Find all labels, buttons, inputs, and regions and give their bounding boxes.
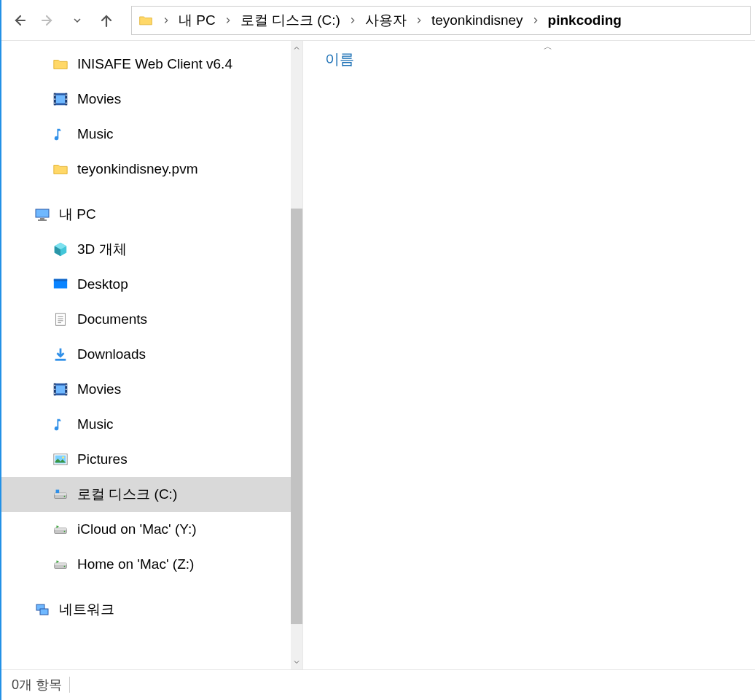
tree-item-label: Movies — [77, 91, 121, 107]
chevron-right-icon[interactable] — [345, 15, 361, 26]
tree-item-my-pc[interactable]: 내 PC — [1, 197, 291, 232]
column-header-name[interactable]: 이름 — [325, 50, 354, 69]
tree-item-music[interactable]: Music — [1, 117, 291, 152]
video-icon — [51, 90, 70, 109]
breadcrumb-users[interactable]: 사용자 — [361, 7, 411, 34]
network-drive-icon — [51, 520, 70, 539]
forward-button[interactable] — [35, 7, 61, 34]
nav-tree: INISAFE Web Client v6.4 Movies Music tey… — [1, 41, 291, 669]
nav-scrollbar[interactable] — [291, 41, 302, 669]
history-dropdown[interactable] — [64, 7, 90, 34]
tree-item-pvm[interactable]: teyonkindisney.pvm — [1, 152, 291, 187]
tree-item-label: Music — [77, 126, 114, 142]
document-icon — [51, 310, 70, 329]
tree-item-label: 네트워크 — [59, 600, 114, 619]
tree-item-downloads[interactable]: Downloads — [1, 337, 291, 372]
breadcrumb-local-disk[interactable]: 로컬 디스크 (C:) — [236, 7, 345, 34]
scroll-up-button[interactable] — [291, 41, 302, 55]
file-list-pane[interactable]: ︿ 이름 — [302, 41, 755, 669]
chevron-right-icon[interactable] — [528, 15, 544, 26]
status-item-count: 0개 항목 — [12, 676, 62, 693]
network-drive-icon — [51, 555, 70, 574]
tree-item-pictures[interactable]: Pictures — [1, 442, 291, 477]
tree-item-label: Pictures — [77, 451, 128, 467]
tree-item-3d-objects[interactable]: 3D 개체 — [1, 232, 291, 267]
tree-item-label: Home on 'Mac' (Z:) — [77, 556, 194, 572]
cube-icon — [51, 240, 70, 259]
tree-item-label: 3D 개체 — [77, 240, 127, 259]
tree-item-label: Movies — [77, 381, 121, 397]
main-split: INISAFE Web Client v6.4 Movies Music tey… — [1, 41, 755, 669]
disk-icon — [51, 485, 70, 504]
tree-item-label: teyonkindisney.pvm — [77, 161, 197, 177]
tree-item-icloud-drive[interactable]: iCloud on 'Mac' (Y:) — [1, 512, 291, 547]
download-icon — [51, 345, 70, 364]
navigation-pane: INISAFE Web Client v6.4 Movies Music tey… — [1, 41, 302, 669]
tree-item-movies[interactable]: Movies — [1, 82, 291, 117]
up-button[interactable] — [93, 7, 120, 34]
address-bar-row: 내 PC 로컬 디스크 (C:) 사용자 teyonkindisney pink… — [1, 0, 755, 41]
back-button[interactable] — [6, 7, 32, 34]
chevron-right-icon[interactable] — [158, 15, 174, 26]
picture-icon — [51, 450, 70, 469]
sort-indicator-icon: ︿ — [544, 41, 552, 53]
folder-icon — [136, 11, 155, 30]
status-divider — [69, 677, 70, 693]
chevron-right-icon[interactable] — [411, 15, 427, 26]
pc-icon — [33, 205, 52, 224]
desktop-icon — [51, 275, 70, 294]
tree-item-network[interactable]: 네트워크 — [1, 592, 291, 627]
tree-item-label: 로컬 디스크 (C:) — [77, 485, 177, 504]
folder-icon — [51, 160, 70, 179]
music-icon — [51, 415, 70, 434]
network-icon — [33, 600, 52, 619]
tree-item-home-drive[interactable]: Home on 'Mac' (Z:) — [1, 547, 291, 582]
tree-item-desktop[interactable]: Desktop — [1, 267, 291, 302]
chevron-right-icon[interactable] — [220, 15, 236, 26]
music-icon — [51, 125, 70, 144]
video-icon — [51, 380, 70, 399]
tree-item-label: INISAFE Web Client v6.4 — [77, 56, 232, 72]
tree-item-movies-pc[interactable]: Movies — [1, 372, 291, 407]
tree-item-label: Documents — [77, 311, 147, 327]
scroll-down-button[interactable] — [291, 655, 302, 669]
tree-item-music-pc[interactable]: Music — [1, 407, 291, 442]
tree-item-label: 내 PC — [59, 205, 96, 224]
tree-item-documents[interactable]: Documents — [1, 302, 291, 337]
breadcrumb-my-pc[interactable]: 내 PC — [174, 7, 220, 34]
tree-item-inisafe[interactable]: INISAFE Web Client v6.4 — [1, 47, 291, 82]
tree-item-local-disk[interactable]: 로컬 디스크 (C:) — [1, 477, 291, 512]
status-bar: 0개 항목 — [1, 669, 755, 699]
address-bar[interactable]: 내 PC 로컬 디스크 (C:) 사용자 teyonkindisney pink… — [131, 6, 751, 35]
scroll-thumb[interactable] — [291, 209, 302, 624]
tree-item-label: Desktop — [77, 276, 128, 292]
breadcrumb-current[interactable]: pinkcoding — [544, 7, 626, 34]
tree-item-label: iCloud on 'Mac' (Y:) — [77, 521, 197, 537]
tree-item-label: Downloads — [77, 346, 146, 362]
breadcrumb-user[interactable]: teyonkindisney — [427, 7, 528, 34]
folder-icon — [51, 55, 70, 74]
tree-item-label: Music — [77, 416, 114, 432]
